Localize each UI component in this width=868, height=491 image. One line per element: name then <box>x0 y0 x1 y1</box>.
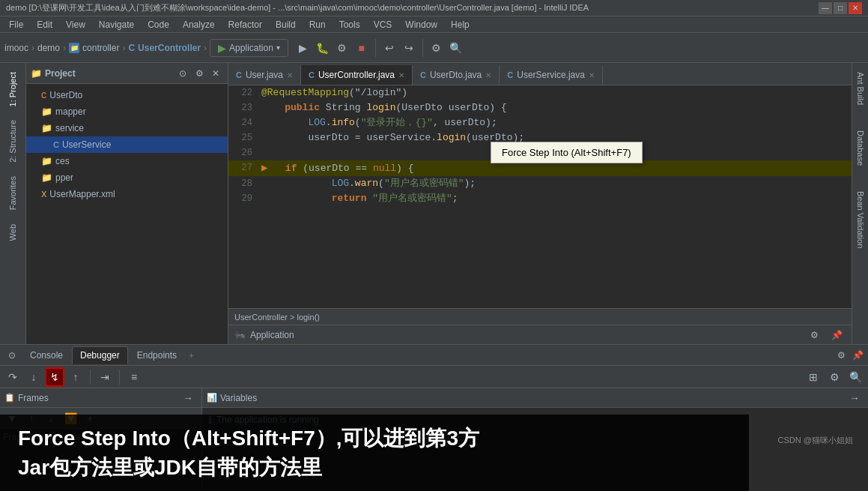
variables-arrow-btn[interactable]: → <box>846 389 864 407</box>
bottom-panel-settings[interactable]: ⚙ <box>834 348 849 363</box>
debug-step-out-btn[interactable]: ↑ <box>66 367 85 387</box>
debug-step-into-btn[interactable]: ↓ <box>24 367 43 387</box>
debug-settings-btn[interactable]: ⚙ <box>825 367 844 387</box>
menu-item-analyze[interactable]: Analyze <box>177 18 221 31</box>
bottom-tabs: ⊙ Console Debugger Endpoints + ⚙ 📌 <box>0 345 868 366</box>
debug-evaluate-btn[interactable]: ≡ <box>124 367 144 387</box>
bottom-tab-debugger[interactable]: Debugger <box>72 346 128 364</box>
tab-usercontroller-java[interactable]: C UserController.java ✕ <box>301 65 413 85</box>
panel-gear-button[interactable]: ⚙ <box>192 66 207 81</box>
tab-userservice-java[interactable]: C UserService.java ✕ <box>500 65 603 85</box>
menu-item-code[interactable]: Code <box>142 18 175 31</box>
debug-step-over-btn[interactable]: ↷ <box>3 367 22 387</box>
menu-item-window[interactable]: Window <box>399 18 443 31</box>
breadcrumb-demo[interactable]: demo <box>37 43 60 53</box>
close-button[interactable]: ✕ <box>849 2 862 14</box>
editor-tabs: C User.java ✕ C UserController.java ✕ C … <box>228 63 852 85</box>
tree-item-userservice[interactable]: C UserService <box>26 136 228 153</box>
bottom-tab-console[interactable]: Console <box>22 347 70 364</box>
code-breadcrumb: UserController > login() <box>228 308 852 325</box>
folder-icon: 📁 <box>41 156 52 166</box>
debug-section-bar: 🐜 Application ⚙ 📌 <box>228 325 852 344</box>
debug-button[interactable]: 🐛 <box>314 39 332 57</box>
sidebar-tab-structure[interactable]: 2: Structure <box>5 114 20 169</box>
bottom-panel-icon[interactable]: ⊙ <box>3 346 21 364</box>
sidebar-tab-web[interactable]: Web <box>5 218 20 247</box>
debug-filter-btn[interactable]: 🔍 <box>846 367 865 387</box>
undo-button[interactable]: ↩ <box>380 39 398 57</box>
coverage-button[interactable]: ⚙ <box>333 39 351 57</box>
maximize-button[interactable]: □ <box>834 2 847 14</box>
panel-pin-button[interactable]: ⊙ <box>175 66 190 81</box>
breadcrumb: imooc › demo › 📁 controller › C UserCont… <box>4 43 207 53</box>
main-area: 1: Project 2: Structure Favorites Web 📁 … <box>0 63 868 344</box>
code-line-22: 22 @RequestMapping("/login") <box>228 85 852 100</box>
tree-label: UserService <box>62 139 111 150</box>
breadcrumb-controller[interactable]: controller <box>82 43 119 53</box>
tab-close[interactable]: ✕ <box>485 71 491 79</box>
breadcrumb-imooc[interactable]: imooc <box>4 43 28 53</box>
tree-item-ces[interactable]: 📁 ces <box>26 153 228 169</box>
variables-label: Variables <box>220 393 257 403</box>
breadcrumb-usercontroller[interactable]: UserController <box>138 43 201 53</box>
tree-item-pper[interactable]: 📁 pper <box>26 169 228 186</box>
run-button[interactable]: ▶ <box>294 39 312 57</box>
minimize-button[interactable]: — <box>819 2 832 14</box>
tab-close[interactable]: ✕ <box>589 71 595 79</box>
sidebar-tab-bean-validation[interactable]: Bean Validation <box>855 185 867 254</box>
menu-item-view[interactable]: View <box>60 18 91 31</box>
bottom-tab-endpoints[interactable]: Endpoints <box>130 347 184 364</box>
menu-item-edit[interactable]: Edit <box>31 18 58 31</box>
tree-label: ces <box>55 156 70 166</box>
tree-item-usermapper-xml[interactable]: X UserMapper.xml <box>26 186 228 202</box>
menu-item-navigate[interactable]: Navigate <box>93 18 140 31</box>
menu-item-file[interactable]: File <box>3 18 29 31</box>
redo-button[interactable]: ↪ <box>400 39 418 57</box>
tree-item-userdto[interactable]: C UserDto <box>26 87 228 103</box>
menu-item-tools[interactable]: Tools <box>333 18 366 31</box>
menu-item-help[interactable]: Help <box>445 18 476 31</box>
debug-app-label: Application <box>250 330 294 340</box>
frames-action-btn[interactable]: → <box>179 389 197 407</box>
sidebar-tab-ant-build[interactable]: Ant Build <box>855 66 867 111</box>
sidebar-tab-project[interactable]: 1: Project <box>5 66 20 112</box>
tab-label: UserDto.java <box>430 70 482 80</box>
tab-close[interactable]: ✕ <box>287 71 293 79</box>
menu-item-run[interactable]: Run <box>303 18 332 31</box>
variables-header: 📊 Variables → <box>202 388 868 408</box>
tab-label: UserService.java <box>517 70 585 80</box>
app-run-button[interactable]: ▶ Application ▾ <box>210 39 288 57</box>
debug-restore-layout-btn[interactable]: ⊞ <box>804 367 823 387</box>
tree-item-service[interactable]: 📁 service <box>26 120 228 136</box>
search-button[interactable]: 🔍 <box>447 39 465 57</box>
dropdown-icon: ▾ <box>276 43 280 52</box>
sidebar-tab-favorites[interactable]: Favorites <box>5 170 20 216</box>
panel-close-button[interactable]: ✕ <box>208 66 223 81</box>
debug-settings-button[interactable]: ⚙ <box>805 326 823 344</box>
tab-close[interactable]: ✕ <box>398 71 404 79</box>
sidebar-tab-database[interactable]: Database <box>855 124 867 172</box>
debug-force-step-into-btn[interactable]: ↯ <box>45 367 64 387</box>
stop-button[interactable]: ■ <box>353 39 371 57</box>
code-content[interactable]: 22 @RequestMapping("/login") 23 public S… <box>228 85 852 308</box>
code-line-23: 23 public String login(UserDto userDto) … <box>228 100 852 115</box>
tab-user-java[interactable]: C User.java ✕ <box>228 65 301 85</box>
watermark: CSDN @猫咪小姐姐 <box>778 435 853 446</box>
menu-item-refactor[interactable]: Refactor <box>222 18 268 31</box>
project-panel-header: 📁 Project ⊙ ⚙ ✕ <box>26 63 228 84</box>
debug-pin-button[interactable]: 📌 <box>828 326 846 344</box>
settings-button[interactable]: ⚙ <box>428 39 446 57</box>
editor-area: C User.java ✕ C UserController.java ✕ C … <box>228 63 852 344</box>
menu-item-vcs[interactable]: VCS <box>368 18 398 31</box>
xml-icon: X <box>41 190 46 199</box>
bottom-panel-pin[interactable]: 📌 <box>850 348 865 363</box>
debug-run-to-cursor-btn[interactable]: ⇥ <box>95 367 115 387</box>
breadcrumb-c-icon: C <box>128 43 135 53</box>
endpoints-plus[interactable]: + <box>186 351 196 360</box>
folder-icon: 📁 <box>41 123 52 133</box>
menu-item-build[interactable]: Build <box>270 18 302 31</box>
tree-item-mapper[interactable]: 📁 mapper <box>26 103 228 120</box>
debug-sep1 <box>90 370 91 385</box>
tab-userdto-java[interactable]: C UserDto.java ✕ <box>413 65 500 85</box>
frames-icon: 📋 <box>4 393 15 403</box>
